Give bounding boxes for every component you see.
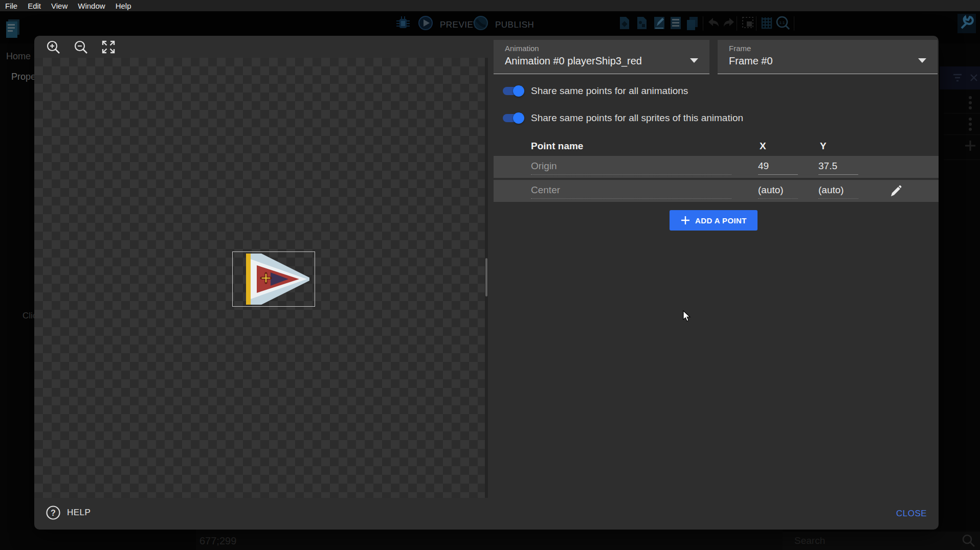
close-button[interactable]: CLOSE <box>896 509 927 519</box>
canvas-scrollbar-handle[interactable] <box>485 258 487 296</box>
help-label: HELP <box>67 508 91 518</box>
player-ship-sprite <box>233 252 315 306</box>
toggle-thumb <box>513 85 524 97</box>
zoom-in-icon[interactable] <box>46 39 61 55</box>
point-x-field[interactable]: (auto) <box>758 185 798 199</box>
share-points-all-animations-label: Share same points for all animations <box>531 85 688 97</box>
mouse-cursor <box>683 310 694 323</box>
menu-edit[interactable]: Edit <box>28 2 41 10</box>
menu-file[interactable]: File <box>5 2 17 10</box>
frame-select-value: Frame #0 <box>729 55 773 67</box>
column-header-x: X <box>760 141 766 152</box>
fit-to-screen-icon[interactable] <box>101 39 116 55</box>
add-a-point-label: ADD A POINT <box>695 216 747 225</box>
point-name-field[interactable]: Origin <box>531 161 731 175</box>
chevron-down-icon <box>690 58 698 63</box>
menu-window[interactable]: Window <box>78 2 105 10</box>
menu-bar: File Edit View Window Help <box>0 0 980 11</box>
point-y-field[interactable]: (auto) <box>818 185 858 199</box>
edit-point-icon[interactable] <box>888 184 903 198</box>
chevron-down-icon <box>918 58 926 63</box>
toggle-thumb <box>513 112 524 124</box>
frame-select-label: Frame <box>729 44 751 53</box>
menu-help[interactable]: Help <box>116 2 131 10</box>
help-icon: ? <box>46 505 61 520</box>
screen: File Edit View Window Help PREVIEW PUBL <box>0 0 980 550</box>
point-x-field[interactable]: 49 <box>758 161 798 175</box>
point-y-field[interactable]: 37.5 <box>818 161 858 175</box>
question-mark-glyph: ? <box>51 509 56 517</box>
plus-icon <box>680 215 691 225</box>
point-row-origin[interactable]: Origin 49 37.5 <box>494 156 939 178</box>
sprite-bounds[interactable] <box>232 251 315 307</box>
points-editor-dialog: Animation Animation #0 playerShip3_red F… <box>34 36 939 530</box>
zoom-out-icon[interactable] <box>73 39 88 55</box>
help-button[interactable]: ? HELP <box>46 505 91 520</box>
share-points-all-animations-toggle[interactable] <box>503 87 523 95</box>
menu-view[interactable]: View <box>51 2 68 10</box>
share-points-all-sprites-toggle[interactable] <box>503 114 523 122</box>
animation-select-value: Animation #0 playerShip3_red <box>505 55 642 67</box>
point-row-center[interactable]: Center (auto) (auto) <box>494 180 939 202</box>
frame-select[interactable]: Frame Frame #0 <box>718 40 938 74</box>
share-points-all-sprites-label: Share same points for all sprites of thi… <box>531 112 743 124</box>
add-a-point-button[interactable]: ADD A POINT <box>670 210 758 231</box>
animation-select-label: Animation <box>505 44 539 53</box>
animation-select[interactable]: Animation Animation #0 playerShip3_red <box>494 40 709 74</box>
column-header-y: Y <box>820 141 827 152</box>
column-header-point-name: Point name <box>531 141 583 152</box>
point-name-field[interactable]: Center <box>531 185 731 199</box>
